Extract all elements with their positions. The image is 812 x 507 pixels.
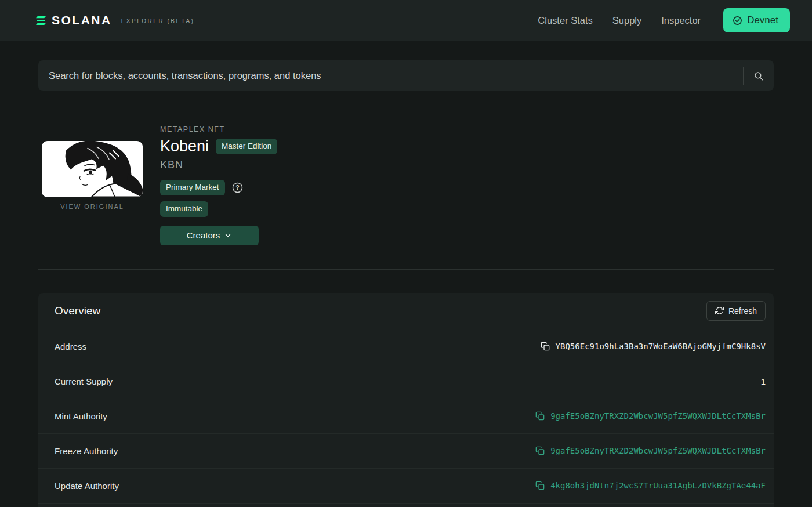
check-circle-icon	[733, 16, 742, 26]
nft-symbol: KBN	[160, 159, 277, 171]
cluster-selector-button[interactable]: Devnet	[723, 8, 790, 32]
view-original-link[interactable]: VIEW ORIGINAL	[42, 203, 143, 210]
nav-link-inspector[interactable]: Inspector	[654, 10, 708, 31]
section-divider	[38, 269, 774, 270]
nft-media: VIEW ORIGINAL	[42, 125, 143, 245]
nft-title: Kobeni	[160, 139, 209, 154]
navbar: SOLANA EXPLORER (BETA) Cluster Stats Sup…	[0, 0, 812, 41]
refresh-icon	[715, 306, 724, 315]
solana-logo[interactable]: SOLANA EXPLORER (BETA)	[36, 13, 194, 27]
table-row-partial	[38, 504, 774, 507]
overview-card-header: Overview Refresh	[38, 293, 774, 329]
nav-links: Cluster Stats Supply Inspector Devnet	[530, 8, 790, 32]
overview-card: Overview Refresh Address	[38, 293, 774, 507]
mutability-badge: Immutable	[160, 201, 208, 217]
row-label: Freeze Authority	[55, 446, 118, 456]
table-row-current-supply: Current Supply 1	[38, 364, 774, 399]
copy-icon[interactable]	[541, 342, 550, 351]
chevron-down-icon	[224, 231, 232, 240]
nft-header-section: VIEW ORIGINAL METAPLEX NFT Kobeni Master…	[38, 125, 774, 245]
brand-subtitle: EXPLORER (BETA)	[121, 18, 195, 24]
nav-link-supply[interactable]: Supply	[605, 10, 649, 31]
table-row-mint-authority: Mint Authority 9gafE5oBZnyTRXZD2WbcwJW5p…	[38, 399, 774, 434]
current-supply-value: 1	[761, 376, 766, 386]
creators-button-label: Creators	[187, 230, 220, 240]
refresh-button[interactable]: Refresh	[706, 301, 766, 321]
update-authority-link[interactable]: 4kg8oh3jdNtn7j2wcS7TrUua31AgbLzDVkBZgTAe…	[550, 481, 766, 490]
cluster-name: Devnet	[747, 15, 778, 26]
copy-icon[interactable]	[535, 481, 545, 490]
row-label: Current Supply	[55, 376, 113, 386]
refresh-label: Refresh	[728, 306, 757, 316]
table-row-freeze-authority: Freeze Authority 9gafE5oBZnyTRXZD2WbcwJW…	[38, 434, 774, 469]
overview-title: Overview	[55, 305, 100, 317]
brand-name: SOLANA	[52, 13, 112, 27]
nft-kicker: METAPLEX NFT	[160, 125, 277, 133]
address-value: YBQ56Ec91o9hLa3Ba3n7WoEaW6BAjoGMyjfmC9Hk…	[556, 342, 766, 351]
svg-text:?: ?	[235, 184, 239, 191]
nav-link-cluster-stats[interactable]: Cluster Stats	[530, 10, 600, 31]
copy-icon[interactable]	[535, 446, 545, 455]
nft-info: METAPLEX NFT Kobeni Master Edition KBN P…	[160, 125, 277, 245]
search-input[interactable]	[49, 60, 743, 91]
search-button[interactable]	[744, 60, 774, 91]
help-icon[interactable]: ?	[232, 182, 243, 193]
solana-logo-icon	[36, 16, 46, 25]
mint-authority-link[interactable]: 9gafE5oBZnyTRXZD2WbcwJW5pfZ5WQXWJDLtCcTX…	[550, 411, 766, 421]
table-row-update-authority: Update Authority 4kg8oh3jdNtn7j2wcS7TrUu…	[38, 469, 774, 504]
sale-type-badge: Primary Market	[160, 180, 225, 195]
row-label: Update Authority	[55, 481, 119, 491]
row-label: Mint Authority	[55, 411, 107, 421]
row-label: Address	[55, 342, 86, 352]
nft-image[interactable]	[42, 141, 143, 197]
freeze-authority-link[interactable]: 9gafE5oBZnyTRXZD2WbcwJW5pfZ5WQXWJDLtCcTX…	[550, 446, 766, 455]
search-bar	[38, 60, 774, 91]
search-icon	[753, 71, 764, 81]
copy-icon[interactable]	[535, 411, 545, 421]
table-row-address: Address YBQ56Ec91o9hLa3Ba3n7WoEaW6BAjoGM…	[38, 329, 774, 364]
edition-badge: Master Edition	[216, 139, 277, 154]
creators-dropdown-button[interactable]: Creators	[160, 226, 259, 245]
main-content: VIEW ORIGINAL METAPLEX NFT Kobeni Master…	[38, 60, 774, 507]
